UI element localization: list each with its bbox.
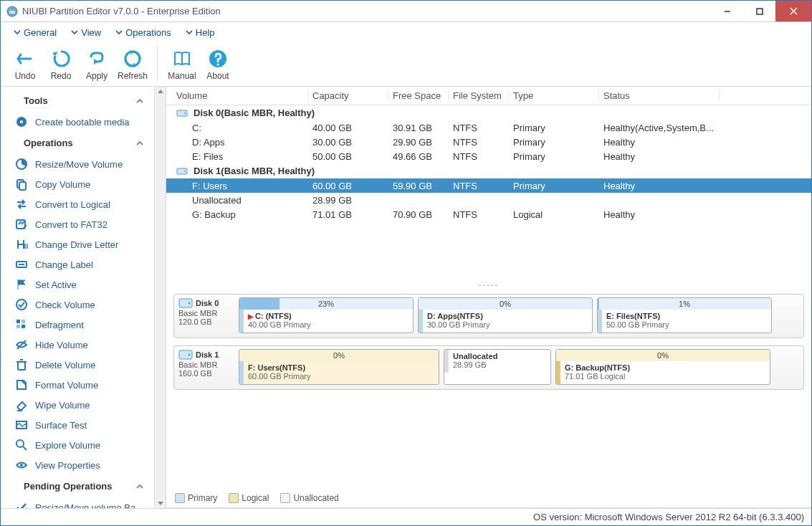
sidebar-item-convert-to-logical[interactable]: Convert to Logical <box>1 194 154 214</box>
titlebar: NIUBI Partition Editor v7.0.0 - Enterpri… <box>1 1 811 22</box>
sidebar-item-change-label[interactable]: Change Label <box>1 254 154 274</box>
menu-general[interactable]: General <box>8 26 62 39</box>
partition-block[interactable]: 0%F: Users(NTFS)60.00 GB Primary <box>239 349 439 385</box>
apply-icon <box>80 47 114 71</box>
svg-point-38 <box>188 354 191 356</box>
sidebar-item-explore-volume[interactable]: Explore Volume <box>1 435 154 455</box>
sidebar-item-wipe-volume[interactable]: Wipe Volume <box>1 395 154 415</box>
volume-table: Disk 0(Basic MBR, Healthy)C:40.00 GB30.9… <box>166 105 811 276</box>
svg-rect-1 <box>9 11 15 14</box>
disc-icon <box>15 115 28 128</box>
chevron-down-icon <box>71 29 78 36</box>
manual-button[interactable]: Manual <box>165 47 199 81</box>
volume-row[interactable]: E: Files50.00 GB49.66 GBNTFSPrimaryHealt… <box>172 149 811 163</box>
sidebar: ToolsCreate bootable mediaOperationsResi… <box>1 87 154 508</box>
sidebar-item-delete-volume[interactable]: Delete Volume <box>1 355 154 375</box>
sidebar-item-resize-move-volume-ba-[interactable]: Resize/Move volume Ba... <box>1 497 154 508</box>
label-icon <box>15 258 28 271</box>
menu-operations[interactable]: Operations <box>110 26 177 39</box>
section-header-pending-operations[interactable]: Pending Operations <box>1 475 154 497</box>
trash-icon <box>15 358 28 371</box>
apply-button[interactable]: Apply <box>80 47 114 81</box>
svg-point-36 <box>188 302 191 305</box>
col-type[interactable]: Type <box>509 90 599 101</box>
sidebar-item-check-volume[interactable]: Check Volume <box>1 295 154 315</box>
legend-logical: Logical <box>242 493 269 503</box>
disk-icon <box>176 166 188 176</box>
sidebar-item-resize-move-volume[interactable]: Resize/Move Volume <box>1 154 154 174</box>
col-status[interactable]: Status <box>599 90 720 101</box>
disk-header-row[interactable]: Disk 1(Basic MBR, Healthy) <box>172 163 811 178</box>
checkmark-icon <box>15 501 28 508</box>
splitter[interactable]: ..... <box>166 276 811 290</box>
eye-off-icon <box>15 338 28 351</box>
sidebar-item-copy-volume[interactable]: Copy Volume <box>1 174 154 194</box>
format-icon <box>15 378 28 391</box>
undo-button[interactable]: Undo <box>8 47 42 81</box>
sidebar-item-view-properties[interactable]: View Properties <box>1 455 154 475</box>
search-icon <box>15 439 28 451</box>
section-header-operations[interactable]: Operations <box>1 132 154 154</box>
sidebar-item-format-volume[interactable]: Format Volume <box>1 375 154 395</box>
sidebar-item-create-bootable-media[interactable]: Create bootable media <box>1 112 154 132</box>
col-filesystem[interactable]: File System <box>449 90 509 101</box>
sidebar-item-defragment[interactable]: Defragment <box>1 315 154 335</box>
svg-rect-20 <box>16 325 20 328</box>
sidebar-item-convert-to-fat32[interactable]: Convert to FAT32 <box>1 214 154 234</box>
partition-block[interactable]: 1%E: Files(NTFS)50.00 GB Primary <box>597 297 772 333</box>
svg-line-29 <box>23 446 27 450</box>
check-icon <box>15 298 28 311</box>
flag-icon <box>15 278 28 291</box>
sidebar-item-set-active[interactable]: Set Active <box>1 274 154 295</box>
disk-header-row[interactable]: Disk 0(Basic MBR, Healthy) <box>172 105 811 120</box>
eraser-icon <box>15 398 28 411</box>
partition-block[interactable]: 23%▶C: (NTFS)40.00 GB Primary <box>239 297 414 333</box>
svg-rect-23 <box>18 362 25 370</box>
chevron-down-icon <box>186 29 193 36</box>
window-title: NIUBI Partition Editor v7.0.0 - Enterpri… <box>22 6 711 16</box>
redo-button[interactable]: Redo <box>44 47 78 81</box>
svg-rect-19 <box>22 320 25 323</box>
svg-point-8 <box>216 63 219 65</box>
undo-icon <box>8 47 42 71</box>
col-volume[interactable]: Volume <box>172 90 308 101</box>
sidebar-item-change-drive-letter[interactable]: Change Drive Letter <box>1 234 154 254</box>
partition-block[interactable]: 0%G: Backup(NTFS)71.01 GB Logical <box>555 349 770 385</box>
svg-point-30 <box>20 464 23 467</box>
swatch-logical <box>229 493 239 503</box>
statusbar: OS version: Microsoft Windows Server 201… <box>1 508 811 525</box>
svg-point-17 <box>16 300 27 310</box>
section-header-tools[interactable]: Tools <box>1 90 154 112</box>
disk-map: Disk 1Basic MBR160.0 GB0%F: Users(NTFS)6… <box>173 345 804 390</box>
partition-block[interactable]: Unallocated28.99 GB <box>444 349 551 385</box>
sidebar-item-hide-volume[interactable]: Hide Volume <box>1 335 154 355</box>
chevron-up-icon <box>135 482 144 491</box>
svg-point-34 <box>184 171 186 172</box>
about-button[interactable]: About <box>201 47 235 81</box>
menu-help[interactable]: Help <box>180 26 221 39</box>
chevron-down-icon <box>14 29 21 36</box>
sidebar-item-surface-test[interactable]: Surface Test <box>1 415 154 435</box>
col-capacity[interactable]: Capacity <box>308 90 388 101</box>
col-freespace[interactable]: Free Space <box>388 90 449 101</box>
volume-row[interactable]: Unallocated28.99 GB <box>172 193 811 207</box>
manual-icon <box>165 47 199 71</box>
menu-view[interactable]: View <box>65 26 107 39</box>
pie-icon <box>15 158 28 171</box>
legend: Primary Logical Unallocated <box>166 489 811 508</box>
partition-block[interactable]: 0%D: Apps(NTFS)30.00 GB Primary <box>418 297 593 333</box>
swatch-unallocated <box>280 493 290 503</box>
svg-rect-3 <box>757 9 763 14</box>
volume-row[interactable]: D: Apps30.00 GB29.90 GBNTFSPrimaryHealth… <box>172 135 811 149</box>
sidebar-scrollbar[interactable] <box>154 87 166 508</box>
refresh-button[interactable]: Refresh <box>115 47 150 81</box>
volume-row[interactable]: F: Users60.00 GB59.90 GBNTFSPrimaryHealt… <box>166 178 811 193</box>
disk-map-panel: Disk 0Basic MBR120.0 GB23%▶C: (NTFS)40.0… <box>166 290 811 401</box>
legend-unallocated: Unallocated <box>293 493 338 503</box>
app-icon <box>6 6 18 17</box>
volume-row[interactable]: C:40.00 GB30.91 GBNTFSPrimaryHealthy(Act… <box>172 120 811 135</box>
maximize-button[interactable] <box>743 1 775 21</box>
volume-row[interactable]: G: Backup71.01 GB70.90 GBNTFSLogicalHeal… <box>172 207 811 221</box>
close-button[interactable] <box>775 1 811 21</box>
minimize-button[interactable] <box>711 1 743 21</box>
